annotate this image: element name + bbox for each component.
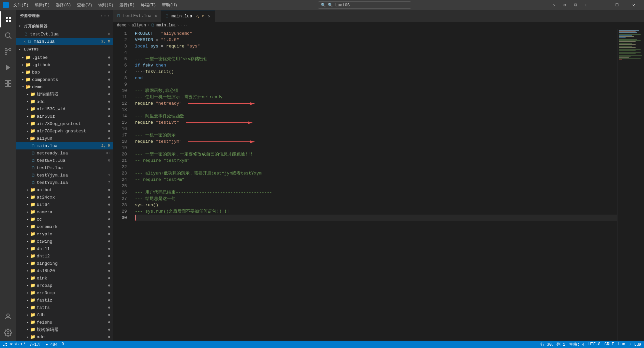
code-content[interactable]: PROJECT = "aliyundemo"VERSION = "1.0.0"l… — [130, 29, 617, 341]
folder-arrow: ▸ — [27, 92, 29, 96]
app-logo — [3, 2, 9, 8]
sidebar-file-testYxym-lua[interactable]: 🗋testYxym.lua7 — [16, 179, 113, 186]
sidebar-folder-adc[interactable]: ▸📁adc — [16, 98, 113, 105]
status-lua-ext[interactable]: ⚡ Lua — [629, 342, 641, 347]
folder-dot2 — [108, 130, 110, 132]
luatos-section-header[interactable]: ▾ LUATOS — [16, 45, 113, 54]
menu-select[interactable]: 选择(S) — [53, 2, 74, 9]
code-line-30 — [135, 215, 617, 221]
breadcrumb-more[interactable]: ··· — [181, 23, 188, 28]
sidebar-folder-bit64[interactable]: ▸📁bit64 — [16, 201, 113, 208]
split-editor-button[interactable]: ⧉ — [571, 1, 581, 9]
status-errors[interactable]: 7△1万+ ● 484 — [29, 342, 57, 347]
status-language[interactable]: Lua — [618, 342, 625, 347]
sidebar-file-netready-lua[interactable]: 🗋netready.lua9+ — [16, 149, 113, 157]
sidebar-folder-camera[interactable]: ▸📁camera — [16, 208, 113, 216]
debug-button[interactable]: ⚙ — [560, 1, 570, 9]
menu-edit[interactable]: 编辑(E) — [32, 2, 53, 9]
folder-icon: 📂 — [30, 136, 35, 141]
sidebar-folder-dht11[interactable]: ▸📁dht11 — [16, 245, 113, 252]
breadcrumb-aliyun[interactable]: aliyun — [132, 23, 146, 28]
activity-search[interactable] — [0, 27, 16, 43]
activity-extensions[interactable] — [0, 76, 16, 92]
sidebar-folder-aliyun[interactable]: ▾📂aliyun — [16, 135, 113, 142]
sidebar-folder-coremark[interactable]: ▸📁coremark — [16, 223, 113, 230]
code-line-26: --- 用户代码已结束-----------------------------… — [135, 189, 617, 196]
open-editor-main[interactable]: ✕ 🗋 main.lua 2, M — [16, 38, 113, 45]
open-editor-main-close[interactable]: ✕ — [23, 39, 26, 44]
open-editor-testevt-name: testEvt.lua — [30, 32, 59, 37]
status-cursor-pos[interactable]: 行 30, 列 1 — [541, 342, 565, 347]
breadcrumb-mainlua[interactable]: 🗋 main.lua — [151, 23, 176, 28]
sidebar-more-actions[interactable]: ··· — [101, 12, 109, 20]
sidebar-folder-air153C_wtd[interactable]: ▸📁air153C_wtd — [16, 105, 113, 113]
folder-arrow: ▸ — [27, 239, 29, 243]
run-button[interactable]: ▷ — [549, 1, 559, 9]
sidebar-folder-ctwing[interactable]: ▸📁ctwing — [16, 238, 113, 245]
sidebar-folder-adc[interactable]: ▸📁adc — [16, 333, 113, 341]
sidebar-folder-fatfs[interactable]: ▸📁fatfs — [16, 304, 113, 311]
sidebar-folder-.github[interactable]: ▸📁.github — [16, 61, 113, 69]
menu-bar[interactable]: 文件(F) 编辑(E) 选择(S) 查看(V) 转到(G) 运行(R) 终端(T… — [11, 2, 180, 9]
sidebar-folder-旋转编码器[interactable]: ▸📁旋转编码器 — [16, 91, 113, 98]
folder-dot2 — [108, 115, 110, 117]
activity-settings[interactable] — [0, 325, 16, 341]
activity-run-debug[interactable] — [0, 60, 16, 76]
sidebar-folder-demo[interactable]: ▾📂demo — [16, 83, 113, 91]
status-encoding[interactable]: UTF-8 — [589, 342, 601, 347]
sidebar-folder-feishu[interactable]: ▸📁feishu — [16, 319, 113, 326]
sidebar-file-testPm-lua[interactable]: 🗋testPm.lua — [16, 164, 113, 171]
sidebar-file-main-lua[interactable]: 🗋main.lua2, M — [16, 142, 113, 149]
tab-main-close[interactable]: ✕ — [208, 13, 210, 19]
sidebar-folder-dht12[interactable]: ▸📁dht12 — [16, 252, 113, 260]
menu-terminal[interactable]: 终端(T) — [138, 2, 159, 9]
open-editors-section-header[interactable]: ▾ 打开的编辑器 — [16, 22, 113, 30]
sidebar-folder-eink[interactable]: ▸📁eink — [16, 274, 113, 282]
sidebar-folder-air780epvh_gnsstest[interactable]: ▸📁air780epvh_gnsstest — [16, 127, 113, 135]
tab-testevt[interactable]: 🗋 testEvt.lua 6 — [113, 10, 161, 22]
sidebar-folder-.gitee[interactable]: ▸📁.gitee — [16, 54, 113, 61]
folder-arrow: ▸ — [27, 306, 29, 310]
close-button[interactable]: ✕ — [626, 0, 641, 10]
sidebar-folder-ercoap[interactable]: ▸📁ercoap — [16, 282, 113, 289]
sidebar-folder-bsp[interactable]: ▸📁bsp — [16, 69, 113, 76]
status-sync[interactable]: 0 — [61, 342, 64, 347]
minimize-button[interactable]: ─ — [593, 0, 608, 10]
menu-help[interactable]: 帮助(H) — [159, 2, 180, 9]
sidebar-content[interactable]: ▾ 打开的编辑器 🗋 testEvt.lua 6 ✕ 🗋 main.lua 2,… — [16, 22, 113, 341]
code-token: --- aliyun+低功耗的演示，需要开启testYjym或者testYxym — [135, 170, 262, 177]
menu-file[interactable]: 文件(F) — [11, 2, 31, 9]
code-token — [153, 138, 156, 145]
sidebar-file-testEvt-lua[interactable]: 🗋testEvt.lua6 — [16, 157, 113, 164]
sidebar-folder-dingding[interactable]: ▸📁dingding — [16, 260, 113, 267]
status-indent[interactable]: 空格: 4 — [569, 342, 585, 347]
activity-explorer[interactable] — [0, 11, 16, 27]
menu-view[interactable]: 查看(V) — [74, 2, 95, 9]
activity-source-control[interactable] — [0, 43, 16, 60]
sidebar-folder-antbot[interactable]: ▸📁antbot — [16, 186, 113, 194]
sidebar-folder-air530z[interactable]: ▸📁air530z — [16, 113, 113, 120]
toggle-panel-button[interactable]: ⊟ — [581, 1, 591, 9]
menu-goto[interactable]: 转到(G) — [95, 2, 116, 9]
sidebar-folder-air780eg_gnsstest[interactable]: ▸📁air780eg_gnsstest — [16, 120, 113, 127]
maximize-button[interactable]: □ — [609, 0, 625, 10]
sidebar-file-testYjym-lua[interactable]: 🗋testYjym.lua1 — [16, 171, 113, 179]
open-editor-testevt[interactable]: 🗋 testEvt.lua 6 — [16, 30, 113, 38]
global-search-box[interactable]: 🔍 🔍 LuatOS — [318, 1, 411, 9]
sidebar-folder-components[interactable]: ▸📁components — [16, 76, 113, 83]
status-branch[interactable]: ⎇ master* — [3, 342, 25, 347]
sidebar-folder-fastlz[interactable]: ▸📁fastlz — [16, 297, 113, 304]
sidebar-folder-crypto[interactable]: ▸📁crypto — [16, 230, 113, 238]
sidebar-folder-ds18b20[interactable]: ▸📁ds18b20 — [16, 267, 113, 274]
sidebar-folder-errDump[interactable]: ▸📁errDump — [16, 289, 113, 297]
status-eol[interactable]: CRLF — [605, 342, 614, 347]
sidebar-folder-fdb[interactable]: ▸📁fdb — [16, 311, 113, 319]
menu-run[interactable]: 运行(R) — [117, 2, 138, 9]
code-token: = — [158, 43, 166, 49]
sidebar-folder-cc[interactable]: ▸📁cc — [16, 216, 113, 223]
tab-main[interactable]: 🗋 main.lua 2, M ✕ — [161, 10, 215, 22]
activity-account[interactable] — [0, 309, 16, 325]
sidebar-folder-旋转编码器[interactable]: ▸📁旋转编码器 — [16, 326, 113, 333]
breadcrumb-demo[interactable]: demo — [117, 23, 127, 28]
sidebar-folder-at24cxx[interactable]: ▸📁at24cxx — [16, 194, 113, 201]
